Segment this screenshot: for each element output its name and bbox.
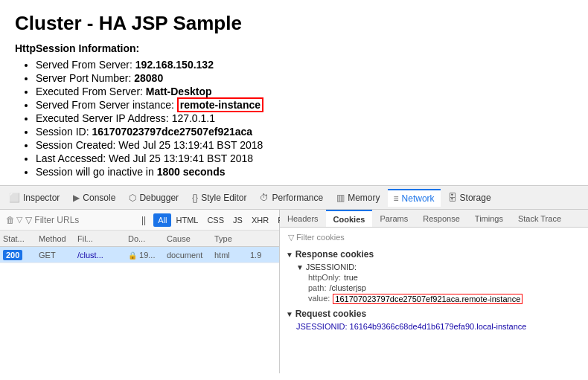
response-cookies-title: Response cookies [284,249,584,260]
detail-tab-bar: Headers Cookies Params Response Timings … [280,210,588,228]
tab-stack-trace[interactable]: Stack Trace [511,210,569,227]
tab-network[interactable]: ≡ Network [388,189,441,207]
header-type[interactable]: Type [211,234,247,243]
domain-value: 19... [139,251,155,260]
session-heading: HttpSession Information: [15,42,573,54]
performance-icon: ⏱ [260,193,269,203]
page-content: Cluster - HA JSP Sample HttpSession Info… [0,0,588,178]
stack-trace-tab-label: Stack Trace [518,214,561,223]
list-item: Last Accessed: Wed Jul 25 13:19:41 BST 2… [36,152,573,164]
devtools-tab-bar: ⬜ Inspector ▶ Console ⬡ Debugger {} Styl… [0,186,588,210]
list-item: Served From Server: 192.168.150.132 [36,59,573,71]
list-item: Session ID: 161707023797dce27507ef921aca [36,126,573,138]
network-icon: ≡ [394,193,399,204]
filter-js[interactable]: JS [229,213,247,227]
tab-headers[interactable]: Headers [280,210,326,227]
inspector-icon: ⬜ [9,193,20,203]
status-badge: 200 [3,250,22,260]
filter-css[interactable]: CSS [202,213,229,227]
info-label: Served From Server instance: [36,99,177,111]
tab-storage[interactable]: 🗄 Storage [442,190,497,206]
info-label: Session Created: [36,139,118,151]
info-value: Wed Jul 25 13:19:41 BST 2018 [109,152,253,164]
tab-inspector[interactable]: ⬜ Inspector [3,190,65,206]
params-tab-label: Params [380,214,408,223]
network-toolbar: 🗑 ▽ || All HTML CSS JS XHR Fonts Images [0,210,279,231]
cookie-value-boxed: 161707023797dce27507ef921aca.remote-inst… [333,294,523,304]
info-value: 161707023797dce27507ef921aca [92,126,252,138]
clear-button[interactable]: 🗑 [4,213,16,227]
list-item: Executed Server IP Address: 127.0.1.1 [36,112,573,124]
table-row[interactable]: 200 GET /clust... 🔒 19... document html … [0,247,279,263]
filter-cookies-label: ▽ Filter cookies [288,233,345,242]
cookie-path-row: path: /clusterjsp [284,283,584,292]
request-jsessionid: JSESSIONID: 16164b9366c68de4d1b6179efa90… [284,322,584,331]
filter-all[interactable]: All [153,213,171,227]
request-cookies-title: Request cookies [284,309,584,319]
page-title: Cluster - HA JSP Sample [15,12,573,35]
filter-icon: ▽ [16,215,22,225]
console-icon: ▶ [73,193,80,203]
row-status: 200 [0,251,36,260]
tab-style-editor[interactable]: {} Style Editor [186,190,252,206]
devtools-panel: ⬜ Inspector ▶ Console ⬡ Debugger {} Styl… [0,185,588,373]
row-type: html [211,251,247,260]
tab-console-label: Console [83,193,115,203]
cookies-tab-label: Cookies [333,215,365,224]
info-label: Last Accessed: [36,152,109,164]
list-item: Session Created: Wed Jul 25 13:19:41 BST… [36,139,573,151]
tab-params[interactable]: Params [372,210,415,227]
tab-timings[interactable]: Timings [467,210,511,227]
list-item: Server Port Number: 28080 [36,72,573,84]
info-value: Wed Jul 25 13:19:41 BST 2018 [118,139,263,151]
timings-tab-label: Timings [475,214,503,223]
header-domain[interactable]: Do... [125,234,164,243]
filter-xhr[interactable]: XHR [247,213,273,227]
info-value: Matt-Desktop [146,86,212,97]
tab-memory[interactable]: ▥ Memory [330,190,386,206]
tab-performance-label: Performance [272,193,323,203]
tab-network-label: Network [402,193,435,204]
storage-icon: 🗄 [448,193,457,203]
tab-memory-label: Memory [348,193,380,203]
pause-button[interactable]: || [137,213,150,227]
row-size: 1.9 [247,251,277,260]
row-domain: 🔒 19... [125,251,164,260]
network-request-list: 🗑 ▽ || All HTML CSS JS XHR Fonts Images … [0,210,280,373]
info-label: Session ID: [36,126,92,138]
lock-icon: 🔒 [128,251,137,260]
headers-tab-label: Headers [287,214,319,223]
header-cause[interactable]: Cause [164,234,211,243]
tab-performance[interactable]: ⏱ Performance [254,190,329,206]
tab-debugger-label: Debugger [139,193,179,203]
value-label: value: [308,294,330,304]
filter-url-input[interactable] [25,215,137,225]
path-value: /clusterjsp [329,283,366,292]
header-status[interactable]: Stat... [0,234,36,243]
row-method: GET [36,251,74,260]
filter-cookies-row: ▽ Filter cookies [284,231,584,245]
tab-style-editor-label: Style Editor [201,193,246,203]
list-item: Executed From Server: Matt-Desktop [36,86,573,97]
tab-debugger[interactable]: ⬡ Debugger [123,190,185,206]
table-header-row: Stat... Method Fil... Do... Cause Type [0,231,279,247]
memory-icon: ▥ [336,193,345,203]
list-item: Served From Server instance: remote-inst… [36,99,573,111]
info-value: 28080 [134,72,163,84]
httponly-label: httpOnly: [308,273,341,282]
tab-response[interactable]: Response [415,210,467,227]
file-name: /clust... [77,251,103,260]
tab-cookies[interactable]: Cookies [326,210,373,227]
row-file: /clust... [74,251,125,260]
tab-inspector-label: Inspector [23,193,60,203]
file-link[interactable]: /clust... [77,251,103,260]
info-value: 1800 seconds [157,166,226,178]
info-label: Server Port Number: [36,72,134,84]
style-editor-icon: {} [192,193,198,203]
tab-console[interactable]: ▶ Console [67,190,121,206]
header-method[interactable]: Method [36,234,74,243]
filter-html[interactable]: HTML [171,213,202,227]
debugger-icon: ⬡ [129,193,136,203]
response-tab-label: Response [423,214,460,223]
header-file[interactable]: Fil... [74,234,125,243]
